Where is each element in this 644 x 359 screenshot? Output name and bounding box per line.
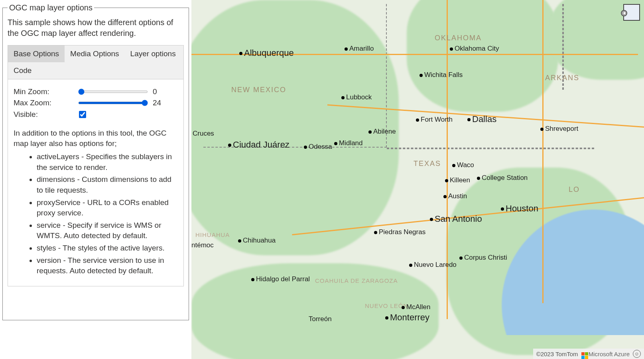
attribution-brand: Microsoft Azure <box>589 351 630 357</box>
microsoft-logo-icon <box>581 352 585 355</box>
list-item: version - The service version to use in … <box>37 255 178 276</box>
min-zoom-value: 0 <box>153 87 169 96</box>
city-label: Cruces <box>193 130 214 138</box>
map-canvas[interactable]: NEW MEXICOOKLAHOMATEXASARKANSLOHIHUAHUAC… <box>191 0 644 359</box>
state-label: TEXAS <box>414 160 441 168</box>
additional-options-list: activeLayers - Specifies the sublayers i… <box>14 152 178 276</box>
tab-base-options[interactable]: Base Options <box>8 45 65 62</box>
list-item: proxyService - URL to a CORs enabled pro… <box>37 197 178 219</box>
city-label: Waco <box>452 161 474 169</box>
additional-options-text: In addition to the options in this tool,… <box>14 128 178 148</box>
city-label: Corpus Christi <box>459 254 507 262</box>
map-attribution-bar: ©2023 TomTom Microsoft Azure ☺ <box>533 349 644 359</box>
city-label: Fort Worth <box>416 116 453 124</box>
map-style-picker-button[interactable] <box>623 4 640 21</box>
tab-content-base-options: Min Zoom: 0 Max Zoom: 24 Visible: In add… <box>8 79 184 286</box>
state-label: COAHUILA DE ZARAGOZA <box>315 277 398 284</box>
city-label: Albuquerque <box>239 48 294 58</box>
city-label: Nuevo Laredo <box>409 261 457 269</box>
city-label: Dallas <box>467 114 496 124</box>
city-label: Abilene <box>368 128 396 136</box>
min-zoom-slider[interactable] <box>78 91 148 93</box>
feedback-button[interactable]: ☺ <box>633 350 641 358</box>
attribution-tomtom: ©2023 TomTom <box>536 351 578 357</box>
min-zoom-label: Min Zoom: <box>14 87 73 96</box>
city-label: Amarillo <box>345 45 374 53</box>
panel-title: OGC map layer options <box>8 3 94 12</box>
max-zoom-value: 24 <box>153 99 169 107</box>
city-label: Shreveport <box>540 125 578 133</box>
panel-description: This sample shows how the different opti… <box>8 17 184 39</box>
city-label: Midland <box>334 139 363 147</box>
city-label: Ciudad Juárez <box>228 140 290 150</box>
city-label: Piedras Negras <box>374 228 425 236</box>
max-zoom-label: Max Zoom: <box>14 99 73 107</box>
state-label: OKLAHOMA <box>435 34 482 42</box>
list-item: styles - The styles of the active layers… <box>37 243 178 254</box>
city-label: Lubbock <box>341 93 372 101</box>
map-label-layer: NEW MEXICOOKLAHOMATEXASARKANSLOHIHUAHUAC… <box>191 0 644 359</box>
options-panel: OGC map layer options This sample shows … <box>0 0 191 359</box>
tab-media-options[interactable]: Media Options <box>65 45 125 62</box>
max-zoom-slider[interactable] <box>78 102 148 104</box>
smile-icon: ☺ <box>634 351 639 357</box>
city-label: Torreón <box>309 315 332 323</box>
city-label: ntémoc <box>191 241 214 249</box>
options-fieldset: OGC map layer options This sample shows … <box>2 3 189 320</box>
state-label: ARKANS <box>545 74 579 82</box>
visible-row: Visible: <box>14 110 178 119</box>
city-label: San Antonio <box>430 214 482 224</box>
city-label: College Station <box>477 174 528 182</box>
list-item: activeLayers - Specifies the sublayers i… <box>37 152 178 173</box>
city-label: Oklahoma City <box>450 45 499 53</box>
chevron-left-icon <box>621 10 627 16</box>
list-item: dimensions - Custom dimensions to add to… <box>37 174 178 195</box>
state-label: NEW MEXICO <box>231 86 286 94</box>
city-label: Odessa <box>304 143 332 151</box>
tabs-bar: Base Options Media Options Layer options… <box>8 45 184 79</box>
state-label: LO <box>569 185 580 194</box>
city-label: McAllen <box>402 303 430 311</box>
city-label: Austin <box>443 192 467 200</box>
city-label: Wichita Falls <box>419 71 463 79</box>
tab-code[interactable]: Code <box>8 62 37 79</box>
city-label: Houston <box>501 203 538 214</box>
city-label: Monterrey <box>385 312 429 323</box>
visible-checkbox[interactable] <box>79 111 86 118</box>
max-zoom-row: Max Zoom: 24 <box>14 99 178 107</box>
city-label: Hidalgo del Parral <box>251 275 310 283</box>
tab-layer-options[interactable]: Layer options <box>125 45 181 62</box>
state-label: HIHUAHUA <box>195 231 230 238</box>
visible-label: Visible: <box>14 110 73 119</box>
city-label: Killeen <box>445 176 470 184</box>
list-item: service - Specify if service is WMS or W… <box>37 220 178 241</box>
city-label: Chihuahua <box>238 237 276 245</box>
min-zoom-row: Min Zoom: 0 <box>14 87 178 96</box>
